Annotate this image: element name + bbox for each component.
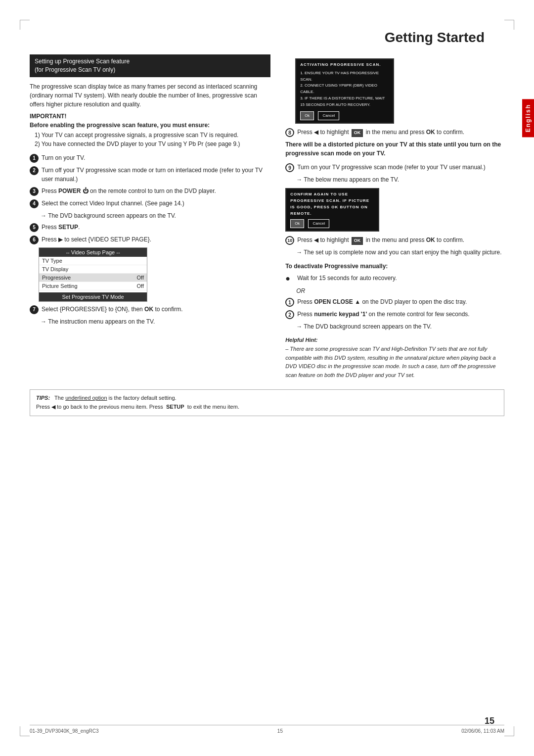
step-7-arrow: The instruction menu appears on the TV.: [41, 317, 270, 326]
tips-text1: The: [54, 395, 64, 401]
section-header: Setting up Progressive Scan feature (for…: [30, 54, 270, 77]
activating-screen-body: 1. ENSURE YOUR TV HAS PROGRESSIVE SCAN. …: [300, 70, 389, 108]
tips-box: TIPS: The underlined option is the facto…: [30, 389, 504, 416]
activating-ok-btn[interactable]: Ok: [300, 111, 314, 121]
deactivate-wait-text: Wait for 15 seconds for auto recovery.: [297, 274, 504, 283]
step-4-num: 4: [30, 199, 39, 208]
footer-center: 15: [277, 728, 283, 734]
step-7-text: Select {PROGRESSIVE} to {ON}, then OK to…: [42, 305, 270, 314]
step-9: 9 Turn on your TV progressive scan mode …: [285, 163, 504, 172]
deactivate-step-1-num: 1: [285, 298, 294, 307]
step-1: 1 Turn on your TV.: [30, 153, 270, 163]
deactivate-step-2-text: Press numeric keypad '1' on the remote c…: [297, 310, 504, 319]
step-5: 5 Press SETUP.: [30, 223, 270, 232]
helpful-hint: Helpful Hint: – There are some progressi…: [285, 336, 504, 379]
distorted-notice: There will be a distorted picture on you…: [285, 140, 504, 158]
corner-mark-bl: [20, 726, 30, 736]
confirm-screen-title: CONFIRM AGAIN TO USE PROGRESSIVE SCAN. I…: [290, 191, 374, 217]
deactivate-step-1: 1 Press OPEN CLOSE ▲ on the DVD player t…: [285, 297, 504, 307]
or-text: OR: [296, 287, 504, 294]
corner-mark-tr: [504, 20, 514, 30]
step-1-num: 1: [30, 154, 39, 163]
confirm-cancel-btn[interactable]: Cancel: [308, 219, 329, 229]
step-2-num: 2: [30, 166, 39, 175]
tips-text2: is the factory default setting.: [109, 395, 177, 401]
section-header-line1: Setting up Progressive Scan feature: [35, 58, 130, 65]
step-10-num: 10: [285, 236, 294, 245]
step-6-text: Press ▶ to select {VIDEO SETUP PAGE}.: [42, 235, 270, 244]
step-3-num: 3: [30, 187, 39, 196]
step-4: 4 Select the correct Video Input channel…: [30, 199, 270, 208]
activating-cancel-btn[interactable]: Cancel: [318, 111, 339, 121]
important-item-1: 1) Your TV can accept progressive signal…: [35, 131, 270, 140]
setup-row-picture: Picture SettingOff: [39, 282, 147, 290]
right-column: ACTIVATING PROGRESSIVE SCAN. 1. ENSURE Y…: [285, 54, 504, 379]
activating-screen-mockup: ACTIVATING PROGRESSIVE SCAN. 1. ENSURE Y…: [295, 58, 394, 124]
deactivate-step-1-text: Press OPEN CLOSE ▲ on the DVD player to …: [297, 297, 504, 306]
corner-mark-tl: [20, 20, 30, 30]
activating-screen-title: ACTIVATING PROGRESSIVE SCAN.: [300, 62, 389, 68]
video-setup-table: -- Video Setup Page -- TV Type TV Displa…: [39, 247, 147, 302]
step-10: 10 Press ◀ to highlight OK in the menu a…: [285, 236, 504, 245]
step-9-text: Turn on your TV progressive scan mode (r…: [297, 163, 504, 172]
footer-right: 02/06/06, 11:03 AM: [461, 728, 504, 734]
language-tab: English: [522, 99, 534, 137]
step-2-text: Turn off your TV progressive scan mode o…: [42, 166, 270, 184]
deactivate-bullet: ●: [285, 273, 294, 284]
step-5-text: Press SETUP.: [42, 223, 270, 232]
step-8: 8 Press ◀ to highlight OK in the menu an…: [285, 128, 504, 137]
important-label: IMPORTANT!: [30, 113, 270, 120]
two-column-layout: Setting up Progressive Scan feature (for…: [30, 54, 504, 379]
activating-screen-buttons: Ok Cancel: [300, 111, 389, 121]
step-10-text: Press ◀ to highlight OK in the menu and …: [297, 236, 504, 245]
deactivate-header: To deactivate Progressive manually:: [285, 263, 504, 270]
confirm-ok-btn[interactable]: Ok: [290, 219, 304, 229]
step-9-arrow: The below menu appears on the TV.: [296, 175, 504, 184]
important-list: 1) Your TV can accept progressive signal…: [35, 131, 270, 148]
tips-underlined: underlined option: [65, 395, 107, 401]
step-2: 2 Turn off your TV progressive scan mode…: [30, 166, 270, 184]
step-10-ok-box: OK: [352, 237, 363, 245]
step-10-arrow: The set up is complete now and you can s…: [296, 248, 504, 257]
page-title: Getting Started: [30, 30, 504, 46]
deactivate-step-2-num: 2: [285, 310, 294, 319]
footer-left: 01-39_DVP3040K_98_engRC3: [30, 728, 99, 734]
step-4-text: Select the correct Video Input channel. …: [42, 199, 270, 208]
important-subheader: Before enabling the progressive scan fea…: [30, 122, 270, 129]
step-8-text: Press ◀ to highlight OK in the menu and …: [297, 128, 504, 137]
tips-text4: to exit the menu item.: [187, 404, 239, 410]
step-9-num: 9: [285, 163, 294, 172]
step-7-num: 7: [30, 305, 39, 314]
deactivate-step-2-arrow: The DVD background screen appears on the…: [296, 322, 504, 331]
setup-table-footer: Set Progressive TV Mode: [39, 292, 147, 301]
setup-table-header: -- Video Setup Page --: [39, 248, 147, 257]
step-4-arrow: The DVD background screen appears on the…: [41, 211, 270, 220]
intro-text: The progressive scan display twice as ma…: [30, 82, 270, 109]
step-5-num: 5: [30, 223, 39, 232]
step-6-num: 6: [30, 236, 39, 244]
step-8-num: 8: [285, 128, 294, 137]
page-content: Getting Started Setting up Progressive S…: [30, 30, 504, 711]
corner-mark-br: [504, 726, 514, 736]
step-6: 6 Press ▶ to select {VIDEO SETUP PAGE}.: [30, 235, 270, 244]
helpful-hint-label: Helpful Hint:: [285, 337, 317, 343]
confirm-screen-buttons: Ok Cancel: [290, 219, 374, 229]
setup-row-tvdisplay: TV Display: [39, 265, 147, 274]
step-7: 7 Select {PROGRESSIVE} to {ON}, then OK …: [30, 305, 270, 314]
helpful-hint-text: – There are some progressive scan TV and…: [285, 346, 496, 378]
left-column: Setting up Progressive Scan feature (for…: [30, 54, 270, 379]
tips-label: TIPS:: [36, 395, 50, 401]
step-1-text: Turn on your TV.: [42, 153, 270, 162]
setup-row-tvtype: TV Type: [39, 257, 147, 265]
confirm-screen-mockup: CONFIRM AGAIN TO USE PROGRESSIVE SCAN. I…: [285, 188, 379, 232]
section-header-line2: (for Progressive Scan TV only): [35, 66, 115, 73]
tips-setup-bold: SETUP: [166, 404, 184, 410]
step-3-text: Press POWER ⏻ on the remote control to t…: [42, 187, 270, 195]
deactivate-wait: ● Wait for 15 seconds for auto recovery.: [285, 274, 504, 284]
tips-text3: Press ◀ to go back to the previous menu …: [36, 404, 163, 410]
page-footer: 01-39_DVP3040K_98_engRC3 15 02/06/06, 11…: [30, 725, 504, 734]
step-8-ok-box: OK: [352, 129, 363, 137]
step-3: 3 Press POWER ⏻ on the remote control to…: [30, 187, 270, 196]
deactivate-step-2: 2 Press numeric keypad '1' on the remote…: [285, 310, 504, 319]
important-item-2: 2) You have connected the DVD player to …: [35, 140, 270, 148]
